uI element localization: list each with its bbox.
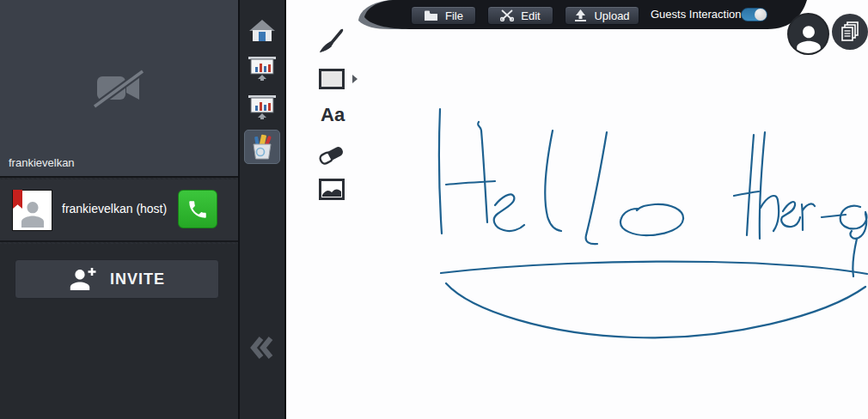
toggle-knob — [755, 9, 767, 21]
upload-button[interactable]: Upload — [565, 6, 639, 25]
presentation-share-icon — [248, 57, 276, 82]
participants-panel: frankievelkan frankievelkan (host) — [0, 0, 238, 419]
whiteboard-canvas[interactable] — [286, 0, 868, 419]
folder-icon — [424, 10, 438, 21]
home-icon — [249, 20, 275, 41]
person-icon — [18, 198, 47, 228]
image-icon — [319, 179, 345, 200]
pages-icon — [840, 21, 859, 42]
swatch-flyout-arrow-icon[interactable] — [352, 75, 358, 83]
upload-button-label: Upload — [594, 9, 629, 22]
share-presentation-button-2[interactable] — [248, 95, 276, 124]
call-button[interactable] — [178, 190, 217, 228]
file-button-label: File — [445, 9, 463, 22]
invite-section: INVITE — [0, 244, 238, 419]
mode-toolbar — [238, 0, 286, 419]
home-button[interactable] — [249, 20, 275, 45]
participant-row: frankievelkan (host) — [0, 179, 238, 242]
participant-avatar — [13, 191, 52, 230]
account-avatar-button[interactable] — [789, 15, 828, 53]
edit-button[interactable]: Edit — [487, 6, 553, 25]
add-person-icon — [69, 266, 98, 292]
guests-interaction-toggle[interactable] — [741, 8, 767, 21]
brush-tool-button[interactable] — [316, 26, 345, 58]
eraser-icon — [316, 141, 347, 167]
video-whiteboard-app: frankievelkan frankievelkan (host) — [0, 0, 868, 419]
eraser-tool-button[interactable] — [316, 141, 347, 170]
collapse-panel-icon — [250, 336, 274, 360]
scissors-icon — [500, 9, 514, 21]
video-overlay-name: frankievelkan — [9, 156, 75, 169]
whiteboard-tools-button[interactable] — [244, 130, 280, 164]
share-presentation-button[interactable] — [248, 57, 276, 85]
brush-icon — [316, 26, 345, 55]
guests-interaction-label: Guests Interaction — [651, 8, 742, 21]
invite-label: INVITE — [110, 270, 165, 288]
camera-off-icon — [93, 69, 146, 108]
color-swatch-button[interactable] — [319, 69, 345, 89]
whiteboard-tools-icon — [250, 134, 274, 160]
collapse-panel-button[interactable] — [250, 336, 274, 363]
invite-button[interactable]: INVITE — [15, 259, 219, 299]
documents-button[interactable] — [832, 14, 868, 50]
self-video-tile: frankievelkan — [0, 0, 238, 178]
upload-arrow-icon — [574, 9, 587, 21]
avatar-icon — [793, 22, 824, 53]
participant-name: frankievelkan (host) — [62, 202, 167, 216]
file-button[interactable]: File — [411, 6, 476, 25]
phone-icon — [186, 198, 209, 221]
text-tool-button[interactable]: Aa — [321, 106, 345, 124]
image-tool-button[interactable] — [319, 179, 345, 203]
presentation-share-icon-2 — [248, 95, 276, 120]
edit-button-label: Edit — [521, 9, 540, 22]
